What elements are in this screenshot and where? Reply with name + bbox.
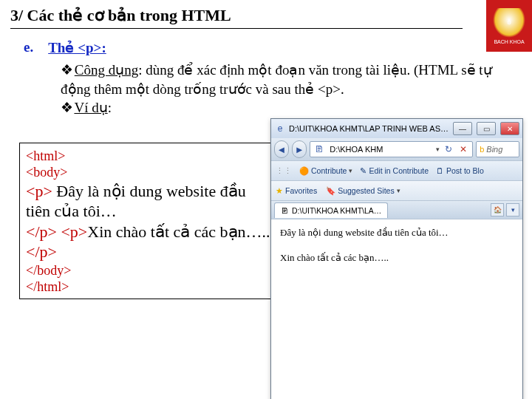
page-title: 3/ Các thẻ cơ bản trong HTML [10,6,463,29]
tab-title: D:\UIT\KHOA KHMT\LA… [292,206,381,215]
contribute-button[interactable]: 🟠Contribute▾ [299,166,352,176]
page-content: Đây là nội dung website đầu tiên của tôi… [271,219,522,399]
code-body-open: <body> [26,164,271,181]
gear-icon: ⚙ [507,20,511,26]
address-dropdown-icon[interactable]: ▾ [436,146,440,153]
code-html-close: </html> [26,279,271,296]
bullet1-label: Công dụng [75,62,138,78]
suggested-sites-button[interactable]: 🔖Suggested Sites▾ [326,186,400,196]
contribute-toolbar: ⋮⋮ 🟠Contribute▾ ✎Edit in Contribute 🗒Pos… [271,160,522,181]
post-blog-button[interactable]: 🗒Post to Blo [436,166,484,175]
chevron-down-icon: ▾ [397,187,400,194]
toolbar-grip-icon: ⋮⋮ [276,166,292,175]
code-p-close: </p> [26,222,57,241]
code-html-open: <html> [26,148,271,165]
bullet-list: ❖ Công dụng: dùng để xác định một đoạn v… [61,61,522,117]
titlebar: e D:\UIT\KHOA KHMT\LAP TRINH WEB ASP\TH…… [271,119,522,138]
address-bar[interactable]: 🖹 ▾ ↻ ✕ [310,141,473,157]
back-button[interactable]: ◄ [274,140,289,158]
code-text-a: Đây là nội dung website đầu tiên của tôi… [26,182,246,221]
code-p-close2: </p> [26,242,57,261]
tab-page-icon: 🖹 [281,206,289,215]
code-p-open2: <p> [61,222,87,241]
tab-strip: 🖹 D:\UIT\KHOA KHMT\LA… 🏠 ▾ [271,201,522,219]
bing-icon: b [480,145,484,154]
favorites-button[interactable]: ★Favorites [276,186,317,195]
section-letter: e. [24,39,33,56]
code-body-close: </body> [26,262,271,279]
rendered-paragraph-2: Xin chào tất cả các bạn….. [280,252,514,264]
ie-icon: e [274,123,286,134]
contribute-icon: 🟠 [299,166,309,176]
search-box[interactable]: b Bing [476,141,519,157]
code-text-b: Xin chào tất cả các bạn….. [87,222,270,241]
close-button[interactable]: ✕ [500,122,519,135]
contribute-label: Contribute [311,166,347,175]
code-example-box: <html> <body> <p> Đây là nội dung websit… [19,143,278,299]
home-button[interactable]: 🏠 [491,203,504,216]
bullet2-suffix: : [108,100,112,115]
section-name: Thẻ <p>: [48,39,106,56]
edit-contribute-button[interactable]: ✎Edit in Contribute [360,166,429,175]
star-icon: ★ [276,186,283,195]
suggested-icon: 🔖 [326,186,335,196]
page-icon: 🖹 [313,143,325,155]
nav-bar: ◄ ► 🖹 ▾ ↻ ✕ b Bing [271,138,522,160]
logo-label: BACH KHOA [494,39,524,44]
feeds-button[interactable]: ▾ [506,203,519,216]
edit-label: Edit in Contribute [369,166,429,175]
refresh-icon[interactable]: ↻ [443,143,454,155]
favorites-label: Favorites [285,186,317,195]
bullet2-label: Ví dụ [74,100,107,115]
school-logo: ⚙ BACH KHOA [486,0,532,52]
post-label: Post to Blo [446,166,484,175]
code-p-open: <p> [26,182,52,200]
window-title: D:\UIT\KHOA KHMT\LAP TRINH WEB ASP\TH… [289,124,449,133]
forward-button[interactable]: ► [292,140,307,158]
stop-icon[interactable]: ✕ [457,143,469,155]
suggested-label: Suggested Sites [338,186,394,195]
edit-icon: ✎ [360,166,366,175]
browser-window: e D:\UIT\KHOA KHMT\LAP TRINH WEB ASP\TH…… [270,118,523,399]
address-input[interactable] [328,144,433,154]
post-icon: 🗒 [436,166,444,175]
active-tab[interactable]: 🖹 D:\UIT\KHOA KHMT\LA… [274,202,388,218]
favorites-bar: ★Favorites 🔖Suggested Sites▾ [271,181,522,201]
chevron-down-icon: ▾ [349,167,352,174]
maximize-button[interactable]: ▭ [477,122,496,135]
minimize-button[interactable]: — [453,122,472,135]
rendered-paragraph-1: Đây là nội dung website đầu tiên của tôi… [280,227,514,239]
diamond-bullet-icon: ❖ [61,98,71,117]
diamond-bullet-icon: ❖ [61,61,71,80]
search-placeholder: Bing [486,145,502,154]
